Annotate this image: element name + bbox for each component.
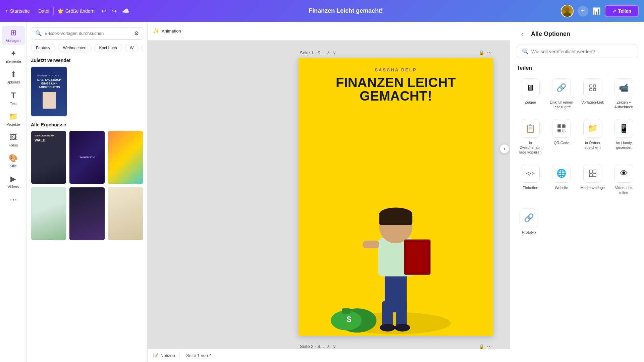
result-item-2[interactable]: TAGEBUCH — [69, 131, 105, 184]
share-arrow-icon: ↗ — [612, 8, 616, 14]
templates-search-bar: 🔍 ⚙ — [31, 27, 143, 40]
templates-search-input[interactable] — [45, 31, 131, 36]
share-item-website[interactable]: 🌐 Website — [548, 161, 575, 198]
vorlagen-label: Vorlagen — [6, 39, 20, 43]
undo-button[interactable]: ↩ — [100, 6, 108, 16]
recently-used-title: Zuletzt verwendet — [31, 58, 143, 63]
page-2-chevron-down[interactable]: ∨ — [333, 344, 336, 349]
page-2-more[interactable]: ⋯ — [487, 344, 492, 349]
animation-icon: ✨ — [153, 28, 160, 34]
cloud-button[interactable]: ☁️ — [121, 6, 131, 16]
add-collaborator-button[interactable]: + — [578, 6, 588, 16]
prototyp-row: 🔗 Prototyp — [517, 206, 637, 237]
uploads-label: Uploads — [6, 80, 20, 84]
tag-scroll-right[interactable]: › — [141, 44, 143, 52]
file-menu[interactable]: Datei — [38, 8, 49, 14]
tag-weihnachten[interactable]: Weihnachten — [58, 44, 92, 52]
share-item-lesezugriff[interactable]: 🔗 Link für reinen Lesezugriff — [548, 76, 575, 112]
videos-icon: ▶ — [10, 175, 16, 183]
share-back-button[interactable]: ‹ — [517, 28, 528, 39]
result-item-3[interactable] — [108, 131, 143, 184]
page-1-canvas[interactable]: SASCHA DELP FINANZEN LEICHT GEMACHT! — [299, 58, 493, 336]
stile-icon: 🎨 — [9, 154, 18, 163]
share-item-ordner[interactable]: 📁 In Ordner speichern — [579, 116, 606, 158]
lesezugriff-label: Link für reinen Lesezugriff — [549, 100, 574, 110]
share-item-zwischenablage[interactable]: 📋 In Zwischenab-lage kopieren — [517, 116, 544, 158]
vorlagen-link-label: Vorlagen-Link — [581, 100, 604, 105]
svg-point-1 — [563, 12, 571, 17]
share-search-input[interactable] — [531, 49, 632, 54]
document-title[interactable]: Finanzen Leicht gemacht! — [309, 7, 383, 14]
sidebar-item-projekte[interactable]: 📁 Projekte — [2, 110, 25, 129]
sidebar-item-videos[interactable]: ▶ Videos — [2, 172, 25, 191]
markenvorlage-icon — [583, 164, 602, 183]
share-item-einbetten[interactable]: </> Einbetten — [517, 161, 544, 198]
sidebar-item-elemente[interactable]: ✦ Elemente — [2, 47, 25, 66]
sidebar-item-fotos[interactable]: 🖼 Fotos — [2, 130, 25, 150]
recent-template-1[interactable]: HUBERTY HOLST DAS TAGEBUCH EINES UNI-ABB… — [31, 66, 67, 117]
einbetten-label: Einbetten — [523, 185, 538, 190]
back-button[interactable]: ‹ — [5, 7, 7, 14]
share-item-videolink[interactable]: 👁 Video-Link teilen — [610, 161, 637, 198]
ordner-label: In Ordner speichern — [580, 140, 605, 150]
page-2-label: Seite 2 - S... — [300, 344, 324, 349]
zwischenablage-label: In Zwischenab-lage kopieren — [518, 140, 543, 155]
result-item-4[interactable] — [31, 187, 66, 240]
elemente-label: Elemente — [5, 59, 21, 63]
notes-button[interactable]: 📝 Notizen — [153, 353, 175, 358]
tag-fantasy[interactable]: Fantasy — [31, 44, 55, 52]
results-grid: VERLOREN IM WALD TAGEBUCH — [31, 131, 143, 240]
sidebar-item-text[interactable]: T Text — [2, 88, 25, 108]
tag-w[interactable]: W — [125, 44, 139, 52]
share-item-handy[interactable]: 📱 An Handy gesendet — [610, 116, 637, 158]
all-results-section: Alle Ergebnisse VERLOREN IM WALD TAGEBUC… — [31, 122, 143, 240]
avatar[interactable] — [561, 5, 574, 17]
videos-label: Videos — [8, 185, 19, 189]
filter-icon[interactable]: ⚙ — [134, 30, 139, 37]
hide-panel-button[interactable]: › — [500, 144, 509, 154]
share-item-qrcode[interactable]: QR-Code — [548, 116, 575, 158]
header-actions: ↩ ↪ ☁️ — [100, 6, 131, 16]
page-1-more[interactable]: ⋯ — [487, 50, 492, 55]
projekte-label: Projekte — [6, 122, 20, 126]
page-1-lock[interactable]: 🔒 — [479, 50, 484, 55]
sidebar-item-stile[interactable]: 🎨 Stile — [2, 151, 25, 171]
result-item-6[interactable] — [108, 187, 143, 241]
page-1-chevron-up[interactable]: ∧ — [327, 50, 330, 55]
page-1-chevron-down[interactable]: ∨ — [333, 50, 336, 55]
result-item-1[interactable]: VERLOREN IM WALD — [31, 131, 66, 184]
svg-rect-18 — [342, 308, 351, 314]
result-item-5[interactable] — [69, 187, 105, 240]
share-item-aufnehmen[interactable]: 📹 Zeigen + Aufnehmen — [610, 76, 637, 112]
aufnehmen-icon: 📹 — [614, 78, 633, 97]
page1-title-text: FINANZEN LEICHT GEMACHT! — [299, 72, 493, 106]
ordner-icon: 📁 — [583, 119, 602, 138]
stats-icon: 📊 — [592, 7, 601, 15]
page-2-lock[interactable]: 🔒 — [479, 344, 484, 349]
share-button[interactable]: ↗ Teilen — [605, 5, 639, 17]
videolink-icon: 👁 — [614, 164, 633, 183]
website-icon: 🌐 — [552, 164, 571, 183]
svg-rect-27 — [558, 125, 560, 127]
share-item-zeigen[interactable]: 🖥 Zeigen — [517, 76, 544, 112]
home-link[interactable]: Startseite — [10, 8, 30, 14]
animation-button[interactable]: ✨ Animation — [153, 28, 181, 34]
stats-button[interactable]: 📊 — [592, 7, 601, 15]
tag-kochbuch[interactable]: Kochbuch — [94, 44, 122, 52]
fotos-icon: 🖼 — [10, 133, 17, 142]
sidebar-item-uploads[interactable]: ⬆ Uploads — [2, 67, 25, 87]
share-item-markenvorlage[interactable]: Markenvorlage — [579, 161, 606, 198]
page-2-chevron-up[interactable]: ∧ — [327, 344, 330, 349]
redo-button[interactable]: ↪ — [110, 6, 118, 16]
sidebar-item-vorlagen[interactable]: ⊞ Vorlagen — [2, 26, 25, 45]
left-sidebar: ⊞ Vorlagen ✦ Elemente ⬆ Uploads T Text 📁… — [0, 22, 27, 362]
share-item-vorlagen-link[interactable]: Vorlagen-Link — [579, 76, 606, 112]
hide-panel-icon: › — [504, 146, 505, 151]
resize-button[interactable]: 🌟 Größe ändern — [58, 8, 95, 14]
share-item-prototyp[interactable]: 🔗 Prototyp — [518, 206, 540, 237]
lesezugriff-icon: 🔗 — [552, 78, 571, 97]
statusbar-divider — [179, 352, 179, 359]
vorlagen-link-icon — [583, 78, 602, 97]
sidebar-item-more[interactable]: ⋯ — [2, 193, 25, 207]
templates-panel: 🔍 ⚙ Fantasy Weihnachten Kochbuch W › Zul… — [27, 22, 148, 362]
